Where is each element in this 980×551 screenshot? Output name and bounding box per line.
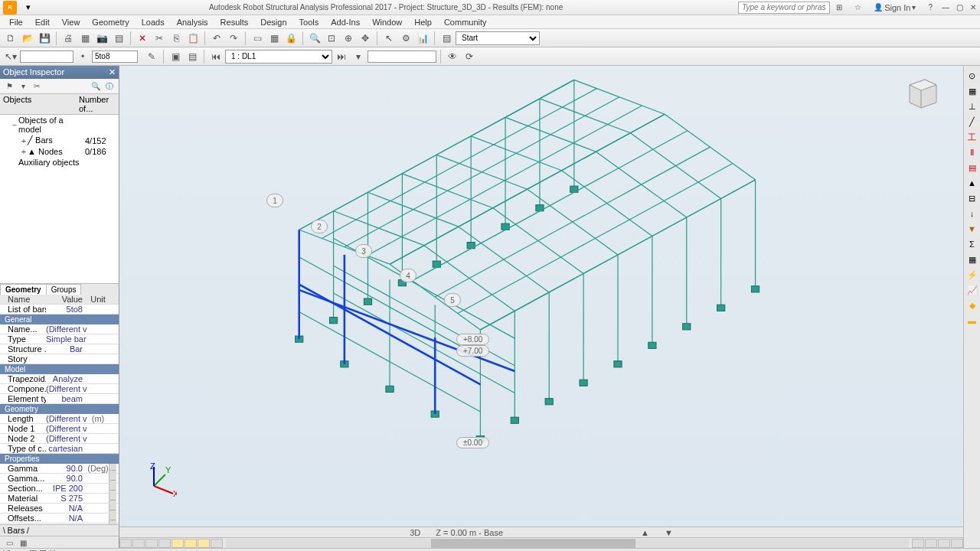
inspector-help-icon[interactable]: ⓘ (103, 80, 116, 93)
prop-row[interactable]: Trapezoid...Analyze (0, 374, 119, 384)
page-setup-icon[interactable]: ▤ (111, 31, 126, 46)
zoom-in-icon[interactable]: 🔍 (307, 31, 322, 46)
horizontal-scrollbar[interactable] (226, 539, 909, 548)
preview-icon[interactable]: ▦ (77, 31, 93, 46)
rtb-analysis-icon[interactable]: ⚡ (965, 268, 979, 282)
rtb-bar-icon[interactable]: 工 (965, 130, 979, 144)
edit-sel-icon[interactable]: ✎ (144, 49, 159, 64)
view-spin-up-icon[interactable]: ▲ (641, 528, 649, 537)
calc-icon[interactable]: ⚙ (398, 31, 413, 46)
view-end-3[interactable] (938, 539, 950, 548)
prop-row[interactable]: Type of c...cartesian (0, 444, 119, 454)
undo-icon[interactable]: ↶ (209, 31, 224, 46)
menu-design[interactable]: Design (254, 18, 292, 27)
prop-row[interactable]: Offsets...N/A… (0, 514, 119, 523)
help-icon[interactable]: ? (928, 3, 933, 11)
view-end-4[interactable] (951, 539, 963, 548)
rtb-load-icon[interactable]: ↓ (965, 207, 979, 220)
rtb-release-icon[interactable]: ⊟ (965, 191, 979, 205)
tab-geometry[interactable]: Geometry (0, 284, 47, 295)
prop-row[interactable]: Gamma...90.0… (0, 474, 119, 484)
view-btn-3[interactable] (145, 539, 158, 548)
qat-dropdown-icon[interactable]: ▾ (23, 2, 34, 13)
rtb-results-icon[interactable]: 📈 (965, 283, 979, 297)
menu-tools[interactable]: Tools (293, 18, 325, 27)
select-icon[interactable]: ↖ (381, 31, 397, 46)
mini-tb-1-icon[interactable]: ▭ (3, 536, 15, 549)
zoom-extents-icon[interactable]: ⊕ (341, 31, 356, 46)
prop-row[interactable]: Name...(Different val... (0, 324, 119, 334)
inspector-nodes-icon[interactable]: ▾ (17, 80, 29, 93)
prop-row[interactable]: MaterialS 275… (0, 494, 119, 504)
rtb-material-icon[interactable]: ▤ (965, 161, 979, 174)
view-end-2[interactable] (925, 539, 937, 548)
prop-row[interactable]: Node 1(Different val... (0, 424, 119, 434)
prop-group[interactable]: Geometry (0, 404, 119, 414)
favorite-icon[interactable]: ☆ (854, 3, 861, 11)
capture-icon[interactable]: ▣ (168, 49, 183, 64)
paste-icon[interactable]: 📋 (185, 31, 201, 46)
print-icon[interactable]: 🖨 (60, 31, 76, 46)
view-btn-4[interactable] (158, 539, 171, 548)
save-icon[interactable]: 💾 (37, 31, 52, 46)
tree-row[interactable]: Auxiliary objects (0, 157, 119, 168)
prop-row[interactable]: Length(Different val...(m) (0, 414, 119, 424)
lock-icon[interactable]: 🔒 (283, 31, 299, 46)
menu-community[interactable]: Community (438, 18, 493, 27)
view-btn-5[interactable] (172, 539, 184, 548)
menu-view[interactable]: View (56, 18, 87, 27)
inspector-flag-icon[interactable]: ⚑ (3, 80, 15, 93)
prop-row[interactable]: Compone...(Different val... (0, 384, 119, 394)
tree-row[interactable]: −Objects of a model (0, 115, 119, 135)
new-icon[interactable]: 🗋 (3, 31, 18, 46)
window-icon[interactable]: ▭ (250, 31, 265, 46)
menu-addins[interactable]: Add-Ins (325, 18, 366, 27)
menu-loads[interactable]: Loads (136, 18, 171, 27)
load-case-dropdown[interactable]: 1 : DL1 (225, 50, 332, 64)
prop-row[interactable]: Elastic gro...N/A… (0, 523, 119, 524)
view-cube[interactable] (902, 73, 940, 112)
redo-icon[interactable]: ↷ (226, 31, 241, 46)
prop-row[interactable]: Structure ...Bar (0, 344, 119, 354)
view-btn-1[interactable] (119, 539, 132, 548)
rtb-snap-icon[interactable]: ⊙ (965, 69, 979, 83)
screenshot-icon[interactable]: 📷 (94, 31, 109, 46)
view-btn-2[interactable] (132, 539, 145, 548)
case-prev-icon[interactable]: ⏮ (208, 49, 224, 64)
view-save-icon[interactable]: ▤ (185, 49, 200, 64)
prop-row[interactable]: TypeSimple bar (0, 334, 119, 344)
bars-tab[interactable]: Bars (8, 526, 25, 535)
menu-help[interactable]: Help (408, 18, 438, 27)
prop-row[interactable]: ReleasesN/A… (0, 504, 119, 514)
prop-row[interactable]: Section...IPE 200… (0, 484, 119, 494)
prop-group[interactable]: Model (0, 364, 119, 374)
selection-filter-icon[interactable]: ↖▾ (3, 49, 18, 64)
mini-tb-2-icon[interactable]: ▦ (17, 536, 29, 549)
close-button[interactable]: ✕ (966, 2, 980, 14)
case-filter-input[interactable] (368, 51, 436, 63)
rtb-grid-icon[interactable]: ▦ (965, 84, 979, 98)
delete-icon[interactable]: ✕ (135, 31, 150, 46)
view-btn-6[interactable] (185, 539, 197, 548)
search-input[interactable] (738, 2, 830, 14)
copy-icon[interactable]: ⎘ (168, 31, 184, 46)
display-icon[interactable]: 👁 (445, 49, 460, 64)
pan-icon[interactable]: ✥ (358, 31, 373, 46)
selection-input[interactable] (20, 51, 74, 63)
layout-icon[interactable]: ▤ (439, 31, 454, 46)
open-icon[interactable]: 📂 (20, 31, 35, 46)
filter-icon[interactable]: ▾ (351, 49, 366, 64)
prop-group[interactable]: Properties (0, 454, 119, 464)
rtb-section-icon[interactable]: Ⅱ (965, 145, 979, 159)
prop-row[interactable]: List of bars5to8 (0, 305, 119, 315)
inspector-filter-icon[interactable]: ✂ (31, 80, 43, 93)
signin-button[interactable]: 👤 Sign In ▾ (874, 3, 916, 12)
tree-row[interactable]: +▲ Nodes0/186 (0, 146, 119, 157)
rtb-line-icon[interactable]: ╱ (965, 115, 979, 129)
refresh-icon[interactable]: ⟳ (462, 49, 477, 64)
menu-analysis[interactable]: Analysis (171, 18, 214, 27)
layout-dropdown[interactable]: Start (456, 31, 540, 45)
menu-edit[interactable]: Edit (29, 18, 56, 27)
minimize-button[interactable]: — (939, 2, 952, 14)
menu-window[interactable]: Window (366, 18, 408, 27)
